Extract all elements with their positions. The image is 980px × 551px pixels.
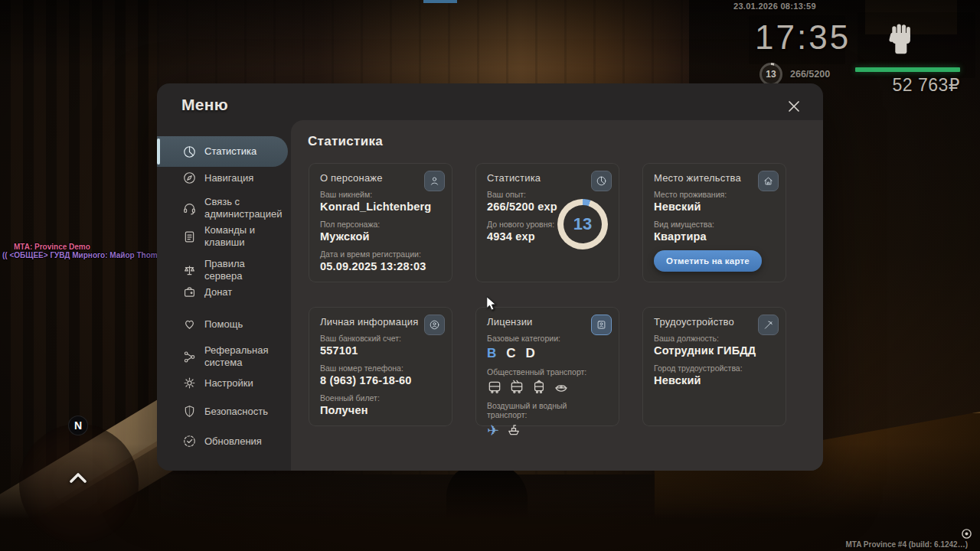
menu-content: Статистика О персонаже Ваш никнейм: Konr…: [291, 120, 823, 471]
card-title: О персонаже: [320, 172, 441, 184]
air-water-transport-icons: ✈: [487, 422, 608, 438]
mouse-cursor-icon: [485, 296, 498, 311]
sidebar-item-label: Донат: [204, 286, 284, 298]
field-label: До нового уровня:: [487, 220, 567, 229]
sidebar-item-referral[interactable]: Реферальная система: [157, 344, 291, 369]
mark-on-map-button[interactable]: Отметить на карте: [654, 250, 762, 272]
card-statistics: Статистика Ваш опыт: 266/5200 exp До нов…: [475, 163, 619, 282]
field-label: Пол персонажа:: [320, 220, 441, 229]
content-heading: Статистика: [308, 134, 383, 149]
driver-cap-icon: [554, 380, 569, 395]
active-indicator: [157, 139, 160, 165]
sidebar-item-label: Обновления: [204, 435, 284, 448]
field-label: Вид имущества:: [654, 220, 775, 229]
field-label: Военный билет:: [320, 393, 441, 403]
field-label: Воздушный и водный транспорт:: [487, 401, 608, 419]
home-icon: [758, 171, 779, 191]
public-transport-icons: [487, 380, 608, 395]
tram-icon: [531, 380, 547, 395]
field-label: Общественный транспорт:: [487, 367, 608, 377]
compass-north-badge: N: [68, 416, 88, 435]
job-city-value: Невский: [654, 374, 775, 387]
scales-icon: [182, 263, 197, 278]
menu-panel: Меню Статистика Навигация Связь с ад: [157, 83, 823, 471]
card-title: Статистика: [487, 172, 608, 184]
record-icon: [961, 528, 972, 540]
phone-number-value: 8 (963) 176-18-60: [320, 374, 441, 387]
sidebar-item-commands-keys[interactable]: Команды и клавиши: [157, 224, 291, 249]
close-button[interactable]: [785, 97, 803, 116]
sidebar-item-server-rules[interactable]: Правила сервера: [157, 258, 291, 282]
compass-icon: [182, 171, 197, 185]
sidebar-item-label: Связь с администрацией: [204, 196, 284, 220]
sidebar-item-label: Реферальная система: [204, 344, 284, 369]
sidebar-item-label: Помощь: [204, 318, 284, 331]
field-label: Дата и время регистрации:: [320, 249, 441, 259]
card-title: Лицензии: [487, 316, 608, 328]
trolleybus-icon: [509, 380, 524, 395]
license-icon: [591, 315, 612, 335]
gear-icon: [182, 376, 197, 390]
field-label: Базовые категории:: [487, 334, 608, 343]
sidebar-item-statistics[interactable]: Статистика: [157, 136, 288, 167]
build-info: MTA Province #4 (build: 6.1242…): [846, 540, 968, 549]
category-b: B: [487, 346, 496, 361]
sidebar-item-security[interactable]: Безопасность: [157, 404, 291, 419]
property-type-value: Квартира: [654, 230, 775, 243]
fist-icon: [885, 20, 917, 57]
stats-cards: О персонаже Ваш никнейм: Konrad_Lichtenb…: [309, 163, 786, 426]
sidebar-item-label: Настройки: [204, 377, 284, 390]
field-label: Ваш никнейм:: [320, 190, 441, 199]
exp-value: 266/5200 exp: [487, 201, 567, 214]
ship-icon: [506, 422, 521, 438]
wallet-icon: [182, 285, 197, 299]
player-marker-icon: [67, 469, 89, 486]
residence-city-value: Невский: [654, 201, 775, 214]
headset-icon: [182, 201, 197, 216]
pie-chart-icon: [591, 171, 612, 191]
job-title-value: Сотрудник ГИБДД: [654, 344, 775, 357]
menu-title: Меню: [181, 96, 228, 114]
sidebar-item-admin-contact[interactable]: Связь с администрацией: [157, 196, 291, 220]
money-amount: 52 763₽: [851, 75, 960, 96]
sidebar-item-donate[interactable]: Донат: [157, 285, 291, 299]
military-ticket-value: Получен: [320, 404, 441, 417]
nickname-value: Konrad_Lichtenberg: [320, 201, 441, 214]
exp-fraction: 266/5200: [790, 69, 830, 80]
update-check-icon: [182, 434, 197, 448]
top-progress-bar: [423, 0, 457, 3]
money-bar: [855, 67, 960, 72]
sidebar-item-label: Правила сервера: [204, 258, 284, 282]
shield-icon: [182, 404, 197, 419]
close-icon: [786, 99, 802, 114]
category-d: D: [526, 346, 535, 361]
sidebar-item-label: Навигация: [204, 172, 284, 184]
referral-icon: [182, 350, 197, 364]
sidebar-item-label: Статистика: [204, 145, 284, 158]
game-screen: 23.01.2026 08:13:59 17:35 13 266/5200 52…: [0, 0, 980, 551]
level-progress-ring: 13: [760, 63, 782, 86]
sidebar-item-help[interactable]: Помощь: [157, 317, 291, 331]
server-datetime: 23.01.2026 08:13:59: [733, 2, 816, 11]
category-c: C: [506, 346, 515, 361]
license-categories: B C D: [487, 346, 608, 361]
bank-account-value: 557101: [320, 344, 441, 357]
bus-icon: [487, 380, 502, 395]
exp-to-next-value: 4934 exp: [487, 230, 567, 243]
card-residence: Место жительства Место проживания: Невск…: [642, 163, 786, 282]
level-value: 13: [762, 65, 780, 83]
level-value: 13: [564, 205, 602, 243]
id-card-icon: [424, 315, 445, 335]
sidebar-item-navigation[interactable]: Навигация: [157, 171, 291, 185]
card-personal-info: Личная информация Ваш банковский счет: 5…: [309, 307, 452, 426]
field-label: Ваша должность:: [654, 334, 775, 343]
field-label: Ваш банковский счет:: [320, 334, 441, 343]
card-licenses: Лицензии Базовые категории: B C D Общест…: [475, 307, 619, 426]
level-progress-ring: 13: [557, 199, 608, 249]
card-about-character: О персонаже Ваш никнейм: Konrad_Lichtenb…: [309, 163, 452, 282]
field-label: Место проживания:: [654, 190, 775, 199]
heart-icon: [182, 317, 197, 331]
sidebar-item-updates[interactable]: Обновления: [157, 434, 291, 448]
sidebar-item-settings[interactable]: Настройки: [157, 376, 291, 390]
card-title: Личная информация: [320, 316, 441, 328]
